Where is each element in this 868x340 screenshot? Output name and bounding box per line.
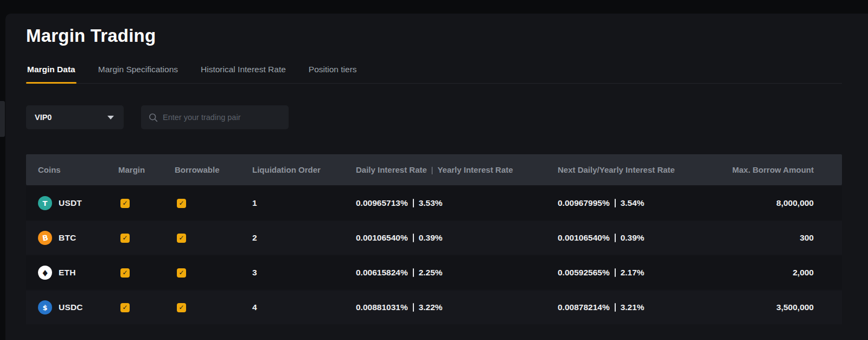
borrowable-cell: ✓	[175, 234, 252, 243]
filters-row: VIP0	[26, 105, 842, 129]
table-row: T USDT ✓ ✓ 1 0.00965713%3.53% 0.00967995…	[26, 186, 842, 220]
coin-name: ETH	[59, 268, 76, 278]
margin-checkbox[interactable]: ✓	[120, 268, 130, 278]
chevron-down-icon	[107, 116, 114, 119]
liquidation-order-value: 2	[252, 233, 356, 243]
coin-cell: $ USDC	[38, 300, 118, 314]
yearly-interest-rate: 0.39%	[419, 233, 443, 242]
checkmark-icon: ✓	[178, 269, 184, 276]
usdc-coin-icon: $	[38, 300, 52, 314]
checkmark-icon: ✓	[122, 304, 127, 311]
margin-checkbox[interactable]: ✓	[120, 303, 130, 312]
interest-rate-cell: 0.00106540%0.39%	[356, 233, 558, 243]
yearly-interest-rate: 3.22%	[419, 303, 443, 312]
checkmark-icon: ✓	[178, 304, 184, 311]
table-row: B BTC ✓ ✓ 2 0.00106540%0.39% 0.00106540%…	[26, 221, 842, 255]
margin-trading-page: Margin Trading Margin Data Margin Specif…	[5, 14, 868, 340]
vip-level-select[interactable]: VIP0	[26, 105, 124, 129]
table-row: ◆ ETH ✓ ✓ 3 0.00615824%2.25% 0.00592565%…	[26, 256, 842, 289]
max-borrow-amount: 3,500,000	[726, 303, 841, 312]
daily-interest-rate: 0.00881031%	[356, 303, 408, 312]
tab-margin-data[interactable]: Margin Data	[26, 62, 76, 83]
borrowable-checkbox[interactable]: ✓	[177, 303, 186, 312]
column-header-coins: Coins	[38, 165, 118, 174]
search-input[interactable]	[163, 113, 281, 122]
btc-coin-icon: B	[38, 231, 52, 245]
daily-interest-rate: 0.00106540%	[356, 233, 408, 242]
coin-cell: T USDT	[38, 196, 118, 210]
checkmark-icon: ✓	[178, 200, 184, 206]
next-yearly-interest-rate: 3.54%	[621, 198, 644, 207]
checkmark-icon: ✓	[122, 235, 127, 241]
next-interest-rate-cell: 0.00106540%0.39%	[558, 233, 726, 243]
margin-cell: ✓	[118, 303, 175, 312]
next-daily-interest-rate: 0.00592565%	[558, 268, 610, 277]
next-interest-rate-cell: 0.00592565%2.17%	[558, 268, 726, 278]
borrowable-checkbox[interactable]: ✓	[177, 199, 186, 208]
table-row: $ USDC ✓ ✓ 4 0.00881031%3.22% 0.00878214…	[26, 291, 842, 324]
margin-checkbox[interactable]: ✓	[120, 199, 130, 208]
tab-historical-interest-rate[interactable]: Historical Interest Rate	[200, 62, 287, 83]
search-box[interactable]	[141, 105, 289, 129]
coin-cell: ◆ ETH	[38, 266, 118, 280]
divider	[615, 268, 616, 277]
margin-cell: ✓	[118, 268, 175, 278]
table-header: Coins Margin Borrowable Liquidation Orde…	[26, 154, 842, 185]
next-daily-interest-rate: 0.00967995%	[558, 198, 610, 207]
liquidation-order-value: 1	[252, 198, 356, 208]
margin-checkbox[interactable]: ✓	[120, 234, 130, 243]
search-icon	[149, 113, 158, 122]
next-interest-rate-cell: 0.00878214%3.21%	[558, 303, 726, 312]
tab-position-tiers[interactable]: Position tiers	[308, 62, 358, 83]
daily-interest-rate: 0.00965713%	[356, 198, 408, 207]
divider	[413, 268, 414, 277]
yearly-interest-rate: 2.25%	[419, 268, 443, 277]
table-body: T USDT ✓ ✓ 1 0.00965713%3.53% 0.00967995…	[26, 186, 842, 324]
interest-rate-cell: 0.00615824%2.25%	[356, 268, 558, 278]
divider	[413, 199, 414, 207]
max-borrow-amount: 8,000,000	[726, 198, 841, 208]
tab-margin-specifications[interactable]: Margin Specifications	[97, 62, 179, 83]
divider	[615, 303, 616, 312]
margin-data-table: Coins Margin Borrowable Liquidation Orde…	[26, 154, 842, 324]
max-borrow-amount: 2,000	[726, 268, 841, 278]
coin-name: USDT	[59, 198, 82, 208]
column-header-liquidation-order: Liquidation Order	[252, 165, 356, 174]
column-header-interest-rate: Daily Interest RateYearly Interest Rate	[356, 165, 558, 174]
next-yearly-interest-rate: 0.39%	[621, 233, 644, 242]
margin-cell: ✓	[118, 199, 175, 208]
tabs-bar: Margin Data Margin Specifications Histor…	[26, 62, 842, 84]
divider	[615, 234, 616, 242]
column-header-borrowable: Borrowable	[175, 165, 252, 174]
divider	[432, 167, 433, 174]
checkmark-icon: ✓	[122, 200, 127, 206]
divider	[413, 303, 414, 312]
column-header-next-rate: Next Daily/Yearly Interest Rate	[558, 165, 726, 174]
next-daily-interest-rate: 0.00878214%	[558, 303, 610, 312]
left-edge-highlight	[0, 101, 5, 137]
usdt-coin-icon: T	[38, 196, 52, 210]
vip-level-value: VIP0	[35, 113, 52, 122]
liquidation-order-value: 4	[252, 303, 356, 312]
next-interest-rate-cell: 0.00967995%3.54%	[558, 198, 726, 208]
page: { "page": { "title": "Margin Trading" },…	[0, 0, 868, 340]
checkmark-icon: ✓	[122, 269, 127, 276]
divider	[615, 199, 616, 207]
next-daily-interest-rate: 0.00106540%	[558, 233, 610, 242]
column-header-max-borrow: Max. Borrow Amount	[726, 165, 841, 174]
coin-cell: B BTC	[38, 231, 118, 245]
eth-coin-icon: ◆	[38, 266, 52, 280]
column-header-margin: Margin	[118, 165, 175, 174]
yearly-interest-rate: 3.53%	[419, 198, 443, 207]
daily-interest-rate: 0.00615824%	[356, 268, 408, 277]
interest-rate-cell: 0.00965713%3.53%	[356, 198, 558, 208]
divider	[413, 234, 414, 242]
borrowable-checkbox[interactable]: ✓	[177, 268, 186, 278]
next-yearly-interest-rate: 3.21%	[621, 303, 644, 312]
margin-cell: ✓	[118, 234, 175, 243]
borrowable-cell: ✓	[175, 199, 252, 208]
max-borrow-amount: 300	[726, 233, 841, 243]
coin-name: USDC	[59, 303, 83, 312]
borrowable-cell: ✓	[175, 303, 252, 312]
borrowable-checkbox[interactable]: ✓	[177, 234, 186, 243]
